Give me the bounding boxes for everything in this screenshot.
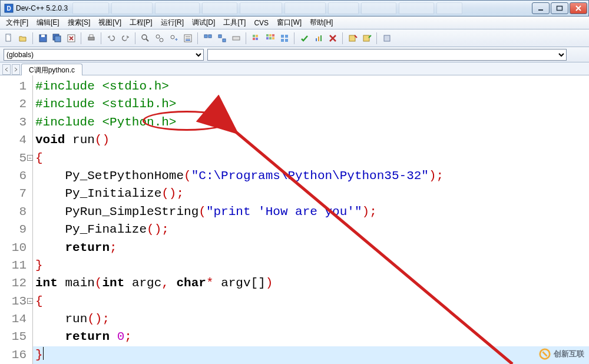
svg-point-14 [156, 35, 160, 38]
window-title: Dev-C++ 5.2.0.3 [16, 4, 72, 12]
editor-tabs: C调用python.c [0, 62, 589, 75]
debug-check-icon[interactable] [298, 32, 311, 45]
svg-rect-11 [90, 35, 93, 37]
svg-point-12 [142, 35, 147, 39]
svg-rect-39 [285, 39, 288, 42]
fold-marker-icon[interactable]: − [27, 298, 33, 304]
compile-icon[interactable] [201, 32, 214, 45]
profile-icon[interactable] [312, 32, 325, 45]
svg-rect-28 [253, 38, 255, 40]
menu-view[interactable]: 视图[V] [95, 16, 125, 29]
close-file-icon[interactable] [65, 32, 78, 45]
save-all-icon[interactable] [51, 32, 64, 45]
title-bar: D Dev-C++ 5.2.0.3 [0, 0, 589, 16]
svg-rect-32 [272, 34, 274, 37]
svg-rect-3 [557, 6, 562, 11]
close-button[interactable] [570, 2, 587, 14]
svg-rect-33 [266, 37, 269, 39]
minimize-button[interactable] [532, 2, 550, 14]
svg-rect-38 [281, 39, 284, 42]
find-icon[interactable] [139, 32, 152, 45]
new-file-icon[interactable] [2, 32, 15, 45]
svg-line-13 [146, 39, 148, 41]
find-next-icon[interactable] [167, 32, 180, 45]
svg-rect-43 [349, 35, 355, 41]
class-browser-row: (globals) [0, 47, 589, 62]
menu-tools[interactable]: 工具[T] [220, 16, 249, 29]
tab-next-icon[interactable] [12, 64, 20, 75]
background-window-tabs [72, 2, 532, 14]
open-file-icon[interactable] [16, 32, 29, 45]
goto-line-icon[interactable] [181, 32, 194, 45]
member-select[interactable] [207, 49, 567, 61]
scope-select[interactable]: (globals) [4, 49, 204, 61]
svg-rect-27 [256, 35, 258, 37]
delete-profile-icon[interactable] [326, 32, 339, 45]
menu-cvs[interactable]: CVS [250, 18, 272, 28]
project-options-icon[interactable] [380, 32, 393, 45]
svg-rect-24 [223, 39, 226, 42]
svg-rect-26 [253, 35, 255, 37]
syntax-check-icon[interactable] [278, 32, 291, 45]
svg-rect-21 [204, 35, 207, 38]
svg-rect-45 [363, 35, 369, 41]
insert-project-icon[interactable] [360, 32, 373, 45]
rebuild-all-icon[interactable] [264, 32, 277, 45]
code-editor[interactable]: 1 2 3 4 5− 6 7 8 9 10 11 12 13− 14 15 16… [0, 75, 589, 364]
svg-rect-42 [320, 35, 322, 41]
editor-tab-active[interactable]: C调用python.c [21, 64, 82, 75]
svg-rect-25 [233, 37, 240, 40]
tab-label: C调用python.c [29, 66, 75, 74]
svg-rect-31 [269, 34, 272, 37]
svg-point-15 [160, 38, 163, 42]
svg-rect-10 [88, 37, 94, 40]
app-icon: D [4, 4, 14, 13]
svg-rect-35 [272, 37, 274, 39]
save-icon[interactable] [37, 32, 49, 45]
line-number-gutter: 1 2 3 4 5− 6 7 8 9 10 11 12 13− 14 15 16 [0, 75, 33, 364]
watermark: 创新互联 [538, 348, 584, 360]
svg-point-16 [171, 35, 174, 39]
menu-window[interactable]: 窗口[W] [273, 16, 305, 29]
print-icon[interactable] [85, 32, 98, 45]
run-icon[interactable] [216, 32, 229, 45]
svg-rect-34 [269, 37, 272, 39]
replace-icon[interactable] [153, 32, 166, 45]
maximize-button[interactable] [551, 2, 568, 14]
toolbar [0, 29, 589, 47]
compile-run-icon[interactable] [230, 32, 243, 45]
menu-edit[interactable]: 编辑[E] [33, 16, 63, 29]
svg-rect-2 [538, 9, 543, 11]
svg-rect-29 [256, 38, 258, 40]
watermark-text: 创新互联 [554, 349, 584, 359]
svg-rect-37 [285, 35, 288, 38]
code-area[interactable]: #include <stdio.h> #include <stdlib.h> #… [33, 75, 589, 364]
redo-icon[interactable] [119, 32, 132, 45]
svg-text:D: D [6, 5, 11, 12]
svg-rect-40 [316, 38, 317, 41]
svg-rect-23 [219, 35, 221, 38]
rebuild-icon[interactable] [250, 32, 263, 45]
svg-rect-8 [55, 36, 61, 42]
tab-prev-icon[interactable] [2, 64, 11, 75]
menu-search[interactable]: 搜索[S] [64, 16, 94, 29]
fold-marker-icon[interactable]: − [27, 155, 33, 161]
svg-rect-22 [209, 35, 211, 38]
svg-rect-47 [384, 35, 390, 41]
new-project-icon[interactable] [346, 32, 359, 45]
menu-file[interactable]: 文件[F] [2, 16, 32, 29]
menu-debug[interactable]: 调试[D] [188, 16, 219, 29]
svg-rect-6 [41, 35, 45, 37]
svg-rect-36 [281, 35, 284, 38]
svg-rect-41 [318, 37, 319, 41]
undo-icon[interactable] [105, 32, 118, 45]
menu-help[interactable]: 帮助[H] [306, 16, 336, 29]
menu-project[interactable]: 工程[P] [126, 16, 156, 29]
svg-rect-30 [266, 34, 269, 37]
menu-run[interactable]: 运行[R] [157, 16, 187, 29]
menu-bar: 文件[F] 编辑[E] 搜索[S] 视图[V] 工程[P] 运行[R] 调试[D… [0, 16, 589, 29]
